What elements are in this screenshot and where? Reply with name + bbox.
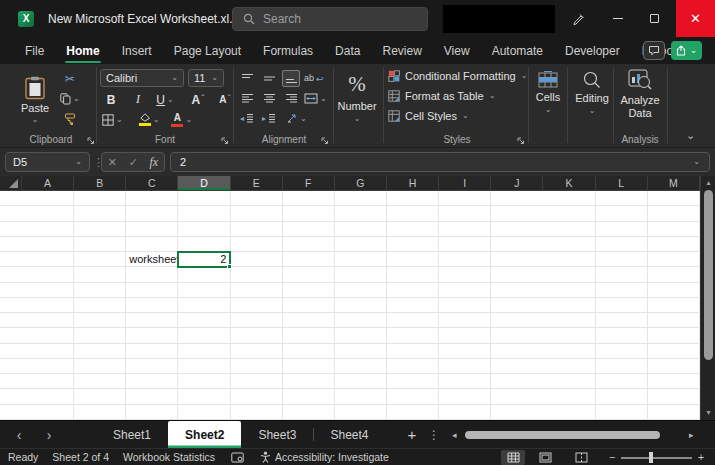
- format-as-table-button[interactable]: Format as Table ⌄: [388, 90, 495, 102]
- sheet-tab-sheet4[interactable]: Sheet4: [313, 421, 385, 448]
- align-center-button[interactable]: [260, 90, 278, 107]
- column-header-m[interactable]: M: [648, 176, 700, 191]
- clipboard-dialog-launcher[interactable]: [87, 137, 95, 145]
- sheet-tab-sheet1[interactable]: Sheet1: [96, 421, 168, 448]
- bold-button[interactable]: B: [102, 91, 120, 108]
- font-color-button[interactable]: A ⌄: [171, 111, 192, 128]
- paste-button[interactable]: Paste ⌄: [16, 69, 54, 131]
- confirm-entry-button[interactable]: ✓: [129, 156, 138, 169]
- ribbon-collapse-chevron[interactable]: ⌄: [686, 130, 695, 141]
- column-header-g[interactable]: G: [335, 176, 387, 191]
- sheet-tab-sheet2[interactable]: Sheet2: [168, 421, 241, 448]
- zoom-slider-thumb[interactable]: [649, 452, 653, 463]
- comments-button[interactable]: [643, 41, 665, 60]
- page-layout-view-button[interactable]: [533, 450, 557, 465]
- ribbon-tab-kutools-plus[interactable]: Kutools Plus: [708, 38, 715, 64]
- formula-bar-expand-chevron[interactable]: ⌄: [693, 158, 700, 166]
- column-header-h[interactable]: H: [387, 176, 439, 191]
- search-input[interactable]: Search: [232, 7, 428, 31]
- analyze-data-button[interactable]: Analyze Data: [615, 69, 665, 120]
- hscroll-right-icon[interactable]: ▸: [689, 430, 694, 440]
- select-all-button[interactable]: [0, 176, 22, 191]
- ribbon-tab-page-layout[interactable]: Page Layout: [163, 38, 252, 64]
- borders-button[interactable]: ⌄: [102, 111, 123, 128]
- ribbon-tab-review[interactable]: Review: [371, 38, 432, 64]
- column-header-b[interactable]: B: [74, 176, 126, 191]
- increase-font-button[interactable]: Aˆ: [189, 91, 207, 108]
- column-header-i[interactable]: I: [439, 176, 491, 191]
- column-header-e[interactable]: E: [231, 176, 283, 191]
- alignment-dialog-launcher[interactable]: [321, 137, 329, 145]
- cells-button[interactable]: Cells ⌄: [530, 71, 566, 114]
- new-sheet-button[interactable]: +: [408, 426, 417, 443]
- workbook-statistics-button[interactable]: Workbook Statistics: [123, 451, 215, 463]
- fill-color-button[interactable]: ⌄: [139, 111, 160, 128]
- underline-button[interactable]: U⌄: [156, 91, 174, 108]
- cell-C5[interactable]: worksheet: [126, 252, 178, 267]
- hscroll-left-icon[interactable]: ◂: [452, 430, 457, 440]
- editing-button[interactable]: Editing ⌄: [570, 71, 614, 115]
- column-header-j[interactable]: J: [491, 176, 543, 191]
- bottom-align-button[interactable]: [282, 70, 300, 87]
- number-format-button[interactable]: % Number ⌄: [331, 72, 383, 123]
- conditional-formatting-button[interactable]: Conditional Formatting ⌄: [388, 70, 527, 82]
- scroll-up-icon[interactable]: ▴: [701, 176, 715, 189]
- middle-align-button[interactable]: [260, 70, 278, 87]
- zoom-in-button[interactable]: +: [698, 449, 704, 465]
- page-break-view-button[interactable]: [569, 450, 593, 465]
- wrap-text-button[interactable]: ab↩: [304, 70, 324, 87]
- share-button[interactable]: ⌄: [671, 41, 702, 60]
- decrease-font-button[interactable]: Aˇ: [216, 91, 234, 108]
- ribbon-tab-data[interactable]: Data: [324, 38, 371, 64]
- name-box[interactable]: D5 ⌄: [5, 152, 90, 172]
- cells-area[interactable]: worksheet2: [0, 191, 700, 420]
- macro-record-button[interactable]: [231, 452, 244, 463]
- sheet-nav-left-button[interactable]: ‹: [10, 427, 28, 443]
- increase-indent-button[interactable]: ▸: [260, 110, 278, 127]
- sheet-nav-right-button[interactable]: ›: [40, 427, 58, 443]
- merge-center-button[interactable]: ⌄: [304, 90, 327, 107]
- column-header-l[interactable]: L: [596, 176, 648, 191]
- vertical-scrollbar[interactable]: ▴ ▾: [700, 176, 715, 420]
- normal-view-button[interactable]: [501, 450, 525, 465]
- title-chevron-down-icon[interactable]: ⌄: [200, 12, 207, 20]
- excel-app-icon[interactable]: X: [18, 11, 34, 27]
- cut-button[interactable]: ✂: [60, 70, 80, 87]
- font-name-select[interactable]: Calibri⌄: [100, 69, 184, 87]
- decrease-indent-button[interactable]: ◂: [238, 110, 256, 127]
- maximize-button[interactable]: [637, 0, 671, 37]
- column-header-f[interactable]: F: [283, 176, 335, 191]
- ribbon-tab-automate[interactable]: Automate: [481, 38, 554, 64]
- cell-D5[interactable]: 2: [177, 251, 231, 268]
- top-align-button[interactable]: [238, 70, 256, 87]
- format-painter-button[interactable]: [60, 110, 80, 127]
- sheet-tab-sheet3[interactable]: Sheet3: [241, 421, 313, 448]
- align-right-button[interactable]: [282, 90, 300, 107]
- font-size-select[interactable]: 11⌄: [188, 69, 224, 87]
- accessibility-status-button[interactable]: Accessibility: Investigate: [260, 451, 389, 463]
- zoom-out-button[interactable]: −: [609, 449, 615, 465]
- horizontal-scrollbar-thumb[interactable]: [465, 431, 660, 439]
- sheet-options-dots-icon[interactable]: ⋮: [428, 428, 440, 442]
- column-header-d[interactable]: D: [178, 176, 230, 191]
- formula-input[interactable]: 2 ⌄: [170, 152, 710, 172]
- cancel-entry-button[interactable]: ✕: [108, 156, 117, 169]
- italic-button[interactable]: I: [129, 91, 147, 108]
- orientation-button[interactable]: ⌄: [286, 110, 307, 127]
- column-header-k[interactable]: K: [543, 176, 595, 191]
- zoom-slider-track[interactable]: [621, 457, 692, 459]
- fill-handle[interactable]: [227, 264, 232, 269]
- cell-styles-button[interactable]: Cell Styles ⌄: [388, 110, 469, 122]
- scroll-down-icon[interactable]: ▾: [701, 406, 715, 419]
- close-button[interactable]: ✕: [676, 0, 715, 37]
- ribbon-tab-insert[interactable]: Insert: [111, 38, 163, 64]
- column-header-a[interactable]: A: [22, 176, 74, 191]
- ink-pen-button[interactable]: [561, 0, 595, 37]
- copy-button[interactable]: ⌄: [60, 90, 80, 107]
- styles-dialog-launcher[interactable]: [517, 137, 525, 145]
- minimize-button[interactable]: [601, 0, 635, 37]
- ribbon-tab-view[interactable]: View: [433, 38, 481, 64]
- ribbon-tab-developer[interactable]: Developer: [554, 38, 631, 64]
- font-dialog-launcher[interactable]: [221, 137, 229, 145]
- ribbon-tab-file[interactable]: File: [14, 38, 55, 64]
